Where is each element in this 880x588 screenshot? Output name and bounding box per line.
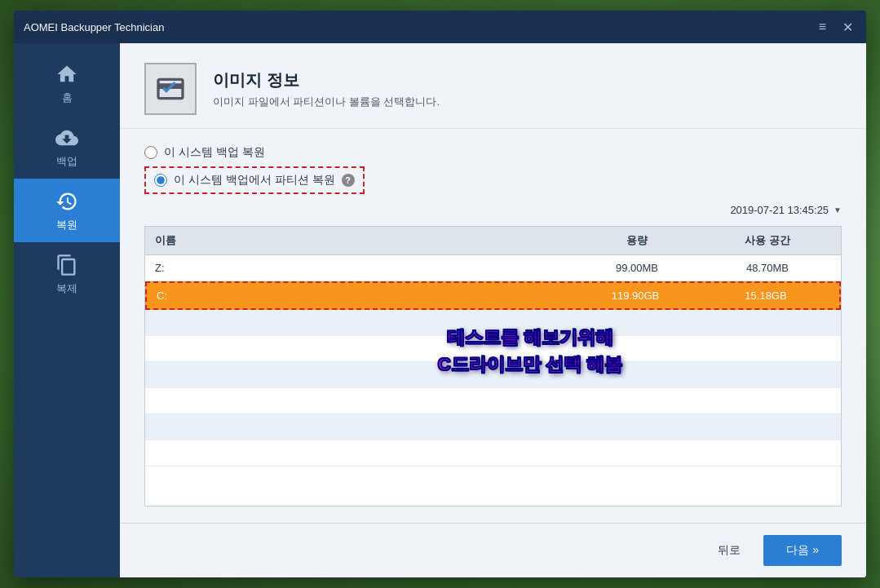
sidebar-label-backup: 백업: [56, 154, 77, 169]
radio-option-2[interactable]: 이 시스템 백업에서 파티션 복원: [154, 173, 335, 188]
content-body: 이 시스템 백업 복원 이 시스템 백업에서 파티션 복원 ?: [120, 129, 866, 523]
titlebar: AOMEI Backupper Technician ≡ ✕: [14, 11, 866, 43]
menu-button[interactable]: ≡: [816, 18, 829, 36]
table-row-c[interactable]: C: 119.90GB 15.18GB: [145, 281, 841, 310]
sidebar-item-home[interactable]: 홈: [14, 51, 120, 115]
col-header-size: 용량: [580, 227, 694, 254]
table-row-empty-2: [145, 336, 841, 362]
col-header-used: 사용 공간: [694, 227, 841, 254]
help-icon[interactable]: ?: [342, 174, 355, 187]
date-value: 2019-07-21 13:45:25: [730, 204, 829, 216]
radio-option-1[interactable]: 이 시스템 백업 복원: [144, 145, 842, 160]
radio-dashed-box: 이 시스템 백업에서 파티션 복원 ?: [144, 166, 365, 194]
cell-z-used: 48.70MB: [694, 255, 841, 281]
restore-icon: [54, 188, 80, 214]
table-row-empty-3: [145, 362, 841, 388]
cell-z-name: Z:: [145, 255, 580, 281]
radio-system-restore[interactable]: [144, 146, 157, 159]
page-title: 이미지 정보: [213, 69, 440, 91]
sidebar-label-clone: 복제: [56, 281, 77, 296]
back-button[interactable]: 뒤로: [705, 537, 754, 564]
close-button[interactable]: ✕: [839, 18, 856, 37]
radio-group: 이 시스템 백업 복원 이 시스템 백업에서 파티션 복원 ?: [144, 145, 842, 194]
table-container: 이름 용량 사용 공간 Z: 99.00MB 48.70MB C:: [144, 226, 842, 506]
header-text: 이미지 정보 이미지 파일에서 파티션이나 볼륨을 선택합니다.: [213, 69, 440, 109]
col-header-name: 이름: [145, 227, 580, 254]
cell-z-size: 99.00MB: [580, 255, 694, 281]
cell-c-used: 15.18GB: [692, 283, 839, 308]
radio-label-1: 이 시스템 백업 복원: [164, 145, 265, 160]
main-area: 홈 백업 복원 복제: [14, 43, 866, 577]
page-subtitle: 이미지 파일에서 파티션이나 볼륨을 선택합니다.: [213, 95, 440, 109]
table-row-empty-1: [145, 310, 841, 336]
table-row-empty-5: [145, 414, 841, 440]
radio-label-2: 이 시스템 백업에서 파티션 복원: [174, 173, 335, 188]
radio-partition-restore[interactable]: [154, 174, 167, 187]
date-chevron[interactable]: ▼: [834, 206, 842, 214]
table-row-empty-6: [145, 440, 841, 466]
sidebar-item-backup[interactable]: 백업: [14, 115, 120, 179]
titlebar-controls: ≡ ✕: [816, 18, 856, 37]
content-area: 이미지 정보 이미지 파일에서 파티션이나 볼륨을 선택합니다. 이 시스템 백…: [120, 43, 866, 577]
header-icon: [144, 63, 197, 115]
content-footer: 뒤로 다음 »: [120, 523, 866, 577]
sidebar-item-restore[interactable]: 복원: [14, 179, 120, 242]
sidebar-item-clone[interactable]: 복제: [14, 242, 120, 306]
cell-c-size: 119.90GB: [578, 283, 692, 308]
clone-icon: [54, 252, 80, 278]
sidebar-label-restore: 복원: [56, 218, 77, 232]
sidebar-label-home: 홈: [62, 91, 73, 105]
main-window: AOMEI Backupper Technician ≡ ✕ 홈 백업: [14, 11, 866, 577]
content-header: 이미지 정보 이미지 파일에서 파티션이나 볼륨을 선택합니다.: [120, 43, 866, 129]
sidebar: 홈 백업 복원 복제: [14, 43, 120, 577]
window-title: AOMEI Backupper Technician: [24, 21, 164, 33]
cell-c-name: C:: [147, 283, 578, 308]
next-button[interactable]: 다음 »: [763, 535, 842, 566]
table-row-z[interactable]: Z: 99.00MB 48.70MB: [145, 255, 841, 281]
table-row-empty-4: [145, 388, 841, 414]
table-header: 이름 용량 사용 공간: [145, 227, 841, 255]
table-body: Z: 99.00MB 48.70MB C: 119.90GB 15.18GB: [145, 255, 841, 466]
backup-icon: [54, 125, 80, 151]
date-row: 2019-07-21 13:45:25 ▼: [144, 204, 842, 216]
home-icon: [54, 61, 80, 87]
